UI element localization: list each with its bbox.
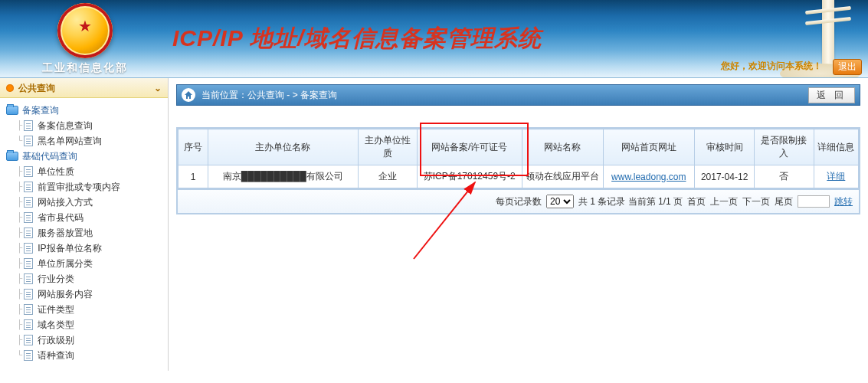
sidebar-item-access-method[interactable]: ├网站接入方式	[0, 195, 168, 210]
cell-restricted: 否	[755, 165, 814, 188]
cell-site-name: 领动在线应用平台	[522, 165, 603, 188]
sidebar-item-blacklist-query[interactable]: └黑名单网站查询	[0, 133, 168, 149]
detail-link[interactable]: 详细	[827, 171, 845, 182]
bullet-icon	[6, 84, 14, 92]
pager: 每页记录数 20 共 1 条记录 当前第 1/1 页 首页 上一页 下一页 尾页…	[176, 190, 860, 214]
sidebar-item-label: 备案查询	[22, 103, 59, 118]
file-icon	[24, 258, 33, 269]
file-icon	[24, 166, 33, 177]
th-sponsor: 主办单位名称	[208, 129, 358, 165]
pager-jump[interactable]: 跳转	[834, 195, 853, 208]
sidebar-item-label: 前置审批或专项内容	[38, 179, 120, 195]
folder-icon	[6, 106, 18, 115]
pager-last[interactable]: 尾页	[775, 195, 793, 208]
per-page-label: 每页记录数	[496, 195, 542, 208]
file-icon	[24, 319, 33, 330]
breadcrumb: 当前位置： 公共查询 - > 备案查询 返 回	[176, 84, 860, 106]
logout-button[interactable]: 退出	[833, 59, 862, 75]
home-url-link[interactable]: www.leadong.com	[611, 172, 686, 182]
sidebar-item-label: 黑名单网站查询	[38, 133, 102, 149]
th-home-url: 网站首页网址	[603, 129, 694, 165]
sidebar: 公共查询 ⌄ 备案查询 ├备案信息查询 └黑名单网站查询 基础代码查询 ├单位性…	[0, 78, 169, 371]
sidebar-item-label: 省市县代码	[38, 210, 84, 225]
results-table: 序号 主办单位名称 主办单位性质 网站备案/许可证号 网站名称 网站首页网址 审…	[176, 127, 860, 190]
file-icon	[24, 335, 33, 345]
cell-home-url: www.leadong.com	[603, 165, 694, 188]
national-emblem-icon	[57, 3, 113, 58]
th-detail: 详细信息	[814, 129, 858, 165]
back-button[interactable]: 返 回	[808, 87, 855, 103]
sidebar-section-header[interactable]: 公共查询 ⌄	[0, 78, 168, 98]
sidebar-item-record-query[interactable]: 备案查询	[0, 103, 168, 118]
sidebar-item-unit-category[interactable]: ├单位所属分类	[0, 256, 168, 271]
file-icon	[24, 273, 33, 284]
sidebar-item-label: 行政级别	[38, 332, 74, 348]
sidebar-item-domain-type[interactable]: ├域名类型	[0, 317, 168, 332]
sidebar-item-label: 服务器放置地	[38, 225, 93, 241]
pager-next[interactable]: 下一页	[742, 195, 770, 208]
sidebar-item-record-info-query[interactable]: ├备案信息查询	[0, 118, 168, 133]
sidebar-item-pre-approval[interactable]: ├前置审批或专项内容	[0, 179, 168, 195]
file-icon	[24, 182, 33, 192]
sidebar-item-label: 单位所属分类	[38, 256, 93, 271]
sidebar-item-label: IP报备单位名称	[38, 241, 101, 256]
sidebar-item-language[interactable]: └语种查询	[0, 348, 168, 363]
table-header-row: 序号 主办单位名称 主办单位性质 网站备案/许可证号 网站名称 网站首页网址 审…	[179, 129, 859, 165]
site-title: ICP/IP 地址/域名信息备案管理系统	[172, 23, 542, 54]
sidebar-item-label: 基础代码查询	[22, 149, 77, 164]
sidebar-item-service-content[interactable]: ├网站服务内容	[0, 286, 168, 302]
sidebar-item-unit-nature[interactable]: ├单位性质	[0, 164, 168, 179]
cell-sponsor: 南京██████████有限公司	[208, 165, 358, 188]
welcome-text: 您好，欢迎访问本系统！	[721, 60, 822, 73]
cell-nature: 企业	[358, 165, 417, 188]
cell-seq: 1	[179, 165, 208, 188]
folder-icon	[6, 152, 18, 161]
file-icon	[24, 212, 33, 223]
breadcrumb-prefix: 当前位置：	[201, 89, 247, 102]
table-row: 1 南京██████████有限公司 企业 苏ICP备17012459号-2 领…	[179, 165, 859, 188]
file-icon	[24, 136, 33, 146]
th-nature: 主办单位性质	[358, 129, 417, 165]
sidebar-item-admin-level[interactable]: ├行政级别	[0, 332, 168, 348]
th-restricted: 是否限制接入	[755, 129, 814, 165]
file-icon	[24, 350, 33, 361]
sidebar-item-label: 域名类型	[38, 317, 74, 332]
org-label: 工业和信息化部	[42, 61, 128, 75]
org-emblem-block: 工业和信息化部	[42, 3, 128, 75]
th-seq: 序号	[179, 129, 208, 165]
goto-page-input[interactable]	[798, 195, 830, 208]
file-icon	[24, 243, 33, 254]
sidebar-item-label: 网站服务内容	[38, 286, 93, 302]
home-icon[interactable]	[182, 88, 195, 102]
cell-license: 苏ICP备17012459号-2	[417, 165, 522, 188]
sidebar-item-id-type[interactable]: ├证件类型	[0, 302, 168, 317]
sidebar-item-industry[interactable]: ├行业分类	[0, 271, 168, 286]
cell-audit-time: 2017-04-12	[695, 165, 755, 188]
th-audit-time: 审核时间	[695, 129, 755, 165]
sidebar-item-basic-code-query[interactable]: 基础代码查询	[0, 149, 168, 164]
sidebar-tree: 备案查询 ├备案信息查询 └黑名单网站查询 基础代码查询 ├单位性质 ├前置审批…	[0, 98, 168, 371]
pager-summary: 共 1 条记录 当前第 1/1 页	[578, 195, 683, 208]
sidebar-item-ip-report-unit[interactable]: ├IP报备单位名称	[0, 241, 168, 256]
file-icon	[24, 197, 33, 208]
sidebar-item-region-code[interactable]: ├省市县代码	[0, 210, 168, 225]
sidebar-item-label: 证件类型	[38, 302, 74, 317]
th-site-name: 网站名称	[522, 129, 603, 165]
pager-prev[interactable]: 上一页	[710, 195, 738, 208]
cell-detail: 详细	[814, 165, 858, 188]
main: 当前位置： 公共查询 - > 备案查询 返 回 序号 主办单位名称 主办单位性质…	[169, 78, 868, 371]
sidebar-item-label: 单位性质	[38, 164, 74, 179]
file-icon	[24, 120, 33, 131]
sidebar-section-title: 公共查询	[18, 78, 55, 98]
file-icon	[24, 228, 33, 238]
sidebar-item-label: 行业分类	[38, 271, 74, 286]
pager-first[interactable]: 首页	[687, 195, 706, 208]
header: 工业和信息化部 ICP/IP 地址/域名信息备案管理系统 您好，欢迎访问本系统！…	[0, 0, 868, 78]
sidebar-item-label: 语种查询	[38, 348, 74, 363]
per-page-select[interactable]: 20	[546, 195, 574, 208]
chevron-down-icon: ⌄	[154, 78, 162, 98]
breadcrumb-path: 公共查询 - > 备案查询	[247, 89, 337, 102]
sidebar-item-label: 备案信息查询	[38, 118, 93, 133]
sidebar-item-server-location[interactable]: ├服务器放置地	[0, 225, 168, 241]
file-icon	[24, 289, 33, 300]
